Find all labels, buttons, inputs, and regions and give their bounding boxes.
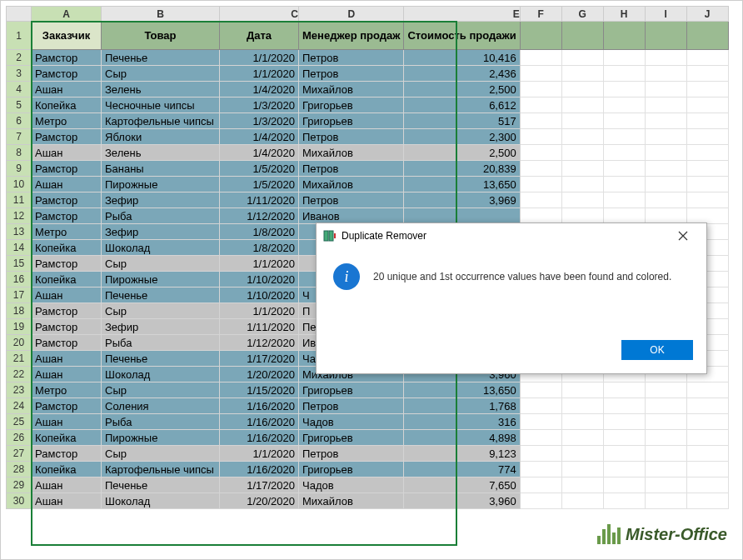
cell[interactable] <box>686 208 728 224</box>
cell[interactable] <box>645 414 686 430</box>
cell[interactable]: 1/16/2020 <box>220 398 299 414</box>
cell[interactable] <box>603 22 645 50</box>
cell[interactable]: Рыба <box>102 208 220 224</box>
cell[interactable]: 2,500 <box>404 145 520 161</box>
cell[interactable] <box>686 430 728 446</box>
cell[interactable] <box>561 208 603 224</box>
select-all-corner[interactable] <box>7 7 32 22</box>
cell[interactable]: Сыр <box>102 66 220 82</box>
cell[interactable] <box>603 462 645 478</box>
cell[interactable]: Михайлов <box>299 82 404 98</box>
cell[interactable]: 1/8/2020 <box>220 224 299 240</box>
cell[interactable] <box>686 177 728 192</box>
cell[interactable]: 3,969 <box>404 192 520 208</box>
cell[interactable]: Ашан <box>32 367 102 382</box>
cell[interactable]: Шоколад <box>102 493 220 509</box>
cell[interactable]: 1/3/2020 <box>220 113 299 129</box>
cell[interactable] <box>686 129 728 145</box>
cell[interactable] <box>603 414 645 430</box>
cell[interactable] <box>561 145 603 161</box>
row-header-21[interactable]: 21 <box>7 351 32 367</box>
cell[interactable] <box>645 82 686 98</box>
cell[interactable]: Михайлов <box>299 177 404 192</box>
row-header-24[interactable]: 24 <box>7 398 32 414</box>
cell[interactable] <box>520 478 561 493</box>
cell[interactable]: 1/16/2020 <box>220 430 299 446</box>
cell[interactable] <box>686 478 728 493</box>
row-header-1[interactable]: 1 <box>7 22 32 50</box>
cell[interactable] <box>520 430 561 446</box>
cell[interactable]: Сыр <box>102 446 220 462</box>
cell[interactable]: Иванов <box>299 208 404 224</box>
cell[interactable]: Печенье <box>102 50 220 66</box>
cell[interactable]: 1/3/2020 <box>220 98 299 113</box>
cell[interactable]: 2,436 <box>404 66 520 82</box>
cell[interactable] <box>561 430 603 446</box>
cell[interactable] <box>520 398 561 414</box>
table-header[interactable]: Менеджер продаж <box>299 22 404 50</box>
cell[interactable]: 13,650 <box>404 382 520 398</box>
cell[interactable]: Шоколад <box>102 240 220 256</box>
cell[interactable]: Пирожные <box>102 430 220 446</box>
column-header-B[interactable]: B <box>102 7 220 22</box>
cell[interactable] <box>686 98 728 113</box>
cell[interactable]: Петров <box>299 129 404 145</box>
cell[interactable]: Ашан <box>32 145 102 161</box>
cell[interactable] <box>561 50 603 66</box>
cell[interactable]: Петров <box>299 446 404 462</box>
cell[interactable]: Копейка <box>32 462 102 478</box>
cell[interactable] <box>645 129 686 145</box>
cell[interactable]: Рамстор <box>32 50 102 66</box>
cell[interactable]: 9,123 <box>404 446 520 462</box>
cell[interactable]: 517 <box>404 113 520 129</box>
cell[interactable]: 1/8/2020 <box>220 240 299 256</box>
cell[interactable]: 1/4/2020 <box>220 129 299 145</box>
cell[interactable]: 1/12/2020 <box>220 208 299 224</box>
cell[interactable]: 1/17/2020 <box>220 351 299 367</box>
cell[interactable] <box>645 478 686 493</box>
cell[interactable]: Михайлов <box>299 493 404 509</box>
cell[interactable]: Зелень <box>102 82 220 98</box>
cell[interactable]: Пирожные <box>102 272 220 288</box>
cell[interactable] <box>603 66 645 82</box>
cell[interactable]: Ашан <box>32 478 102 493</box>
cell[interactable]: 1/12/2020 <box>220 335 299 351</box>
close-button[interactable] <box>666 223 700 248</box>
cell[interactable]: Зефир <box>102 224 220 240</box>
cell[interactable] <box>645 145 686 161</box>
cell[interactable]: Рамстор <box>32 66 102 82</box>
cell[interactable]: Петров <box>299 50 404 66</box>
cell[interactable]: Соления <box>102 398 220 414</box>
cell[interactable] <box>603 398 645 414</box>
cell[interactable]: Копейка <box>32 430 102 446</box>
row-header-18[interactable]: 18 <box>7 303 32 319</box>
table-header[interactable]: Заказчик <box>32 22 102 50</box>
cell[interactable]: Ашан <box>32 177 102 192</box>
cell[interactable] <box>645 50 686 66</box>
cell[interactable]: Яблоки <box>102 129 220 145</box>
cell[interactable]: Рамстор <box>32 208 102 224</box>
cell[interactable] <box>520 113 561 129</box>
cell[interactable]: 1/5/2020 <box>220 161 299 177</box>
cell[interactable] <box>561 66 603 82</box>
cell[interactable] <box>603 192 645 208</box>
cell[interactable]: Зефир <box>102 192 220 208</box>
row-header-20[interactable]: 20 <box>7 335 32 351</box>
cell[interactable] <box>686 414 728 430</box>
row-header-23[interactable]: 23 <box>7 382 32 398</box>
cell[interactable]: 1/1/2020 <box>220 256 299 272</box>
cell[interactable]: Копейка <box>32 98 102 113</box>
column-header-E[interactable]: E <box>404 7 520 22</box>
cell[interactable]: Рамстор <box>32 319 102 335</box>
cell[interactable] <box>603 98 645 113</box>
cell[interactable] <box>561 398 603 414</box>
cell[interactable] <box>603 446 645 462</box>
cell[interactable] <box>686 192 728 208</box>
cell[interactable] <box>686 22 728 50</box>
cell[interactable] <box>645 446 686 462</box>
row-header-7[interactable]: 7 <box>7 129 32 145</box>
dialog-titlebar[interactable]: Duplicate Remover <box>317 223 706 248</box>
cell[interactable] <box>520 382 561 398</box>
cell[interactable]: Григорьев <box>299 98 404 113</box>
cell[interactable] <box>520 22 561 50</box>
